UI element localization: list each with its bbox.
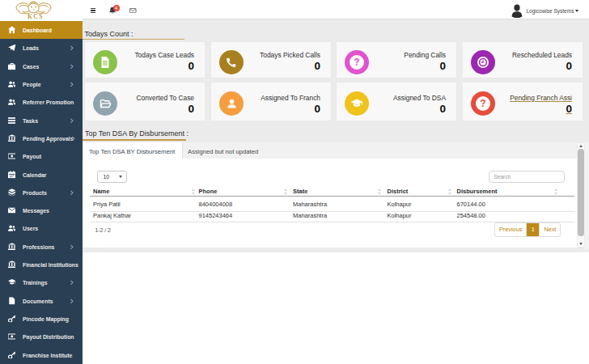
svg-text:KCS: KCS <box>28 13 44 19</box>
